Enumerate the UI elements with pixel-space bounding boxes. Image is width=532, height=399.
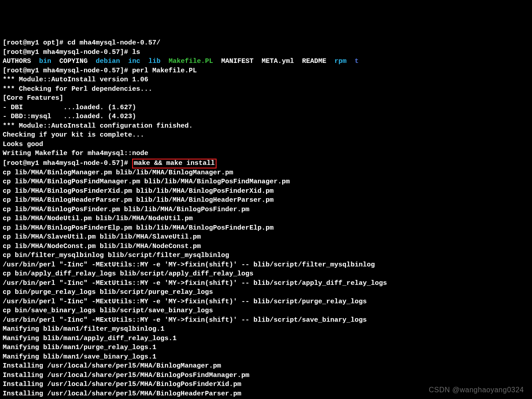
command-text: perl Makefile.PL	[132, 67, 197, 75]
command-text: cd mha4mysql-node-0.57/	[67, 39, 160, 47]
file-copying: COPYING	[59, 58, 88, 65]
output-line: cp bin/apply_diff_relay_logs blib/script…	[3, 270, 253, 278]
output-line: cp lib/MHA/BinlogPosFindManager.pm blib/…	[3, 178, 290, 186]
output-line: cp lib/MHA/BinlogHeaderParser.pm blib/li…	[3, 196, 274, 204]
dir-t: t	[355, 58, 359, 65]
output-line: Installing /usr/local/share/perl5/MHA/Bi…	[3, 362, 221, 370]
output-line: *** Checking for Perl dependencies...	[3, 85, 152, 93]
output-line: /usr/bin/perl "-Iinc" -MExtUtils::MY -e …	[3, 261, 375, 269]
dir-rpm: rpm	[334, 58, 346, 65]
output-line: cp bin/filter_mysqlbinlog blib/script/fi…	[3, 252, 229, 259]
output-line: /usr/bin/perl "-Iinc" -MExtUtils::MY -e …	[3, 279, 387, 287]
ls-output: AUTHORS bin COPYING debian inc lib Makef…	[3, 58, 359, 65]
output-line: - DBD::mysql ...loaded. (4.023)	[3, 113, 136, 120]
output-line: /usr/bin/perl "-Iinc" -MExtUtils::MY -e …	[3, 316, 367, 324]
output-line: Installing /usr/local/share/perl5/MHA/Bi…	[3, 390, 241, 398]
highlighted-command: make && make install	[132, 159, 217, 168]
terminal-output: [root@my1 opt]# cd mha4mysql-node-0.57/ …	[3, 39, 529, 399]
file-readme: README	[302, 58, 326, 65]
output-line: Manifying blib/man1/purge_relay_logs.1	[3, 344, 156, 351]
output-line: *** Module::AutoInstall configuration fi…	[3, 122, 193, 130]
file-authors: AUTHORS	[3, 58, 31, 65]
command-text: ls	[132, 49, 140, 56]
output-line: Installing /usr/local/share/perl5/MHA/Bi…	[3, 381, 241, 388]
prompt-prefix: [root@my1 mha4mysql-node-0.57]#	[3, 160, 132, 167]
output-line: Checking if your kit is complete...	[3, 131, 144, 139]
dir-lib: lib	[148, 58, 160, 65]
output-line: *** Module::AutoInstall version 1.06	[3, 76, 148, 84]
output-line: Manifying blib/man1/save_binary_logs.1	[3, 353, 156, 361]
prompt-prefix: [root@my1 mha4mysql-node-0.57]#	[3, 67, 132, 75]
output-line: cp lib/MHA/BinlogPosFinderXid.pm blib/li…	[3, 187, 274, 195]
output-line: cp lib/MHA/NodeUtil.pm blib/lib/MHA/Node…	[3, 215, 193, 222]
prompt-line[interactable]: [root@my1 mha4mysql-node-0.57]# perl Mak…	[3, 67, 197, 75]
watermark-text: CSDN @wanghaoyang0324	[429, 386, 524, 395]
output-line: - DBI ...loaded. (1.627)	[3, 104, 136, 111]
command-text: make && make install	[134, 160, 215, 167]
output-line: cp bin/save_binary_logs blib/script/save…	[3, 307, 213, 315]
dir-debian: debian	[96, 58, 120, 65]
output-line: /usr/bin/perl "-Iinc" -MExtUtils::MY -e …	[3, 298, 367, 306]
dir-bin: bin	[39, 58, 51, 65]
output-line: cp lib/MHA/BinlogManager.pm blib/lib/MHA…	[3, 169, 233, 177]
output-line: [Core Features]	[3, 94, 63, 102]
dir-inc: inc	[128, 58, 140, 65]
output-line: Installing /usr/local/share/perl5/MHA/Bi…	[3, 372, 249, 379]
output-line: Writing Makefile for mha4mysql::node	[3, 150, 148, 157]
prompt-line[interactable]: [root@my1 opt]# cd mha4mysql-node-0.57/	[3, 39, 160, 47]
file-manifest: MANIFEST	[221, 58, 253, 65]
output-line: cp lib/MHA/NodeConst.pm blib/lib/MHA/Nod…	[3, 243, 201, 250]
output-line: Manifying blib/man1/filter_mysqlbinlog.1	[3, 325, 164, 333]
file-makefile: Makefile.PL	[168, 58, 213, 65]
output-line: cp lib/MHA/SlaveUtil.pm blib/lib/MHA/Sla…	[3, 233, 201, 241]
output-line: Looks good	[3, 141, 43, 148]
file-metayml: META.yml	[262, 58, 294, 65]
output-line: cp bin/purge_relay_logs blib/script/purg…	[3, 288, 213, 296]
output-line: cp lib/MHA/BinlogPosFinderElp.pm blib/li…	[3, 224, 274, 232]
output-line: cp lib/MHA/BinlogPosFinder.pm blib/lib/M…	[3, 206, 249, 213]
prompt-prefix: [root@my1 mha4mysql-node-0.57]#	[3, 49, 132, 56]
prompt-line[interactable]: [root@my1 mha4mysql-node-0.57]# ls	[3, 49, 140, 56]
prompt-prefix: [root@my1 opt]#	[3, 39, 67, 47]
prompt-line[interactable]: [root@my1 mha4mysql-node-0.57]# make && …	[3, 160, 217, 167]
output-line: Manifying blib/man1/apply_diff_relay_log…	[3, 335, 177, 342]
